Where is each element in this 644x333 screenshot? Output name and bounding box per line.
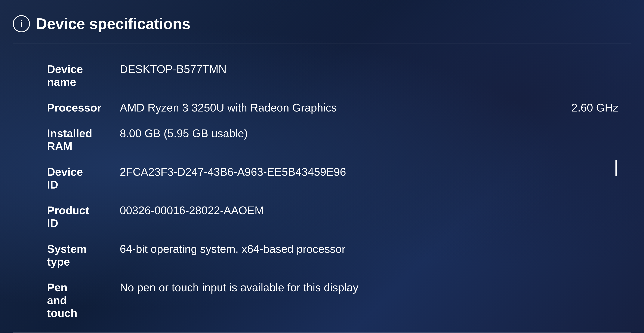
system-type-value: 64-bit operating system, x64-based proce…	[94, 236, 631, 274]
installed-ram-label: Installed RAM	[13, 121, 94, 159]
installed-ram-value: 8.00 GB (5.95 GB usable)	[94, 121, 631, 159]
header-section: i Device specifications	[13, 9, 631, 44]
main-content: i Device specifications Device name DESK…	[0, 0, 644, 333]
device-id-value: 2FCA23F3-D247-43B6-A963-EE5B43459E96	[94, 159, 631, 198]
device-name-label: Device name	[13, 56, 94, 95]
pen-touch-value: No pen or touch input is available for t…	[94, 274, 631, 326]
device-name-value: DESKTOP-B577TMN	[94, 56, 631, 95]
pen-touch-label: Pen and touch	[13, 274, 94, 326]
processor-value: AMD Ryzen 3 3250U with Radeon Graphics 2…	[94, 95, 631, 121]
page-title: Device specifications	[36, 15, 190, 33]
system-type-label: System type	[13, 236, 94, 274]
processor-label: Processor	[13, 95, 94, 121]
section-divider	[13, 332, 631, 333]
product-id-label: Product ID	[13, 198, 94, 236]
device-id-label: Device ID	[13, 159, 94, 198]
processor-name: AMD Ryzen 3 3250U with Radeon Graphics	[120, 101, 554, 114]
processor-speed: 2.60 GHz	[571, 101, 618, 114]
device-specs-table: Device name DESKTOP-B577TMN Processor AM…	[13, 56, 631, 326]
info-icon: i	[13, 15, 30, 32]
product-id-value: 00326-00016-28022-AAOEM	[94, 198, 631, 236]
